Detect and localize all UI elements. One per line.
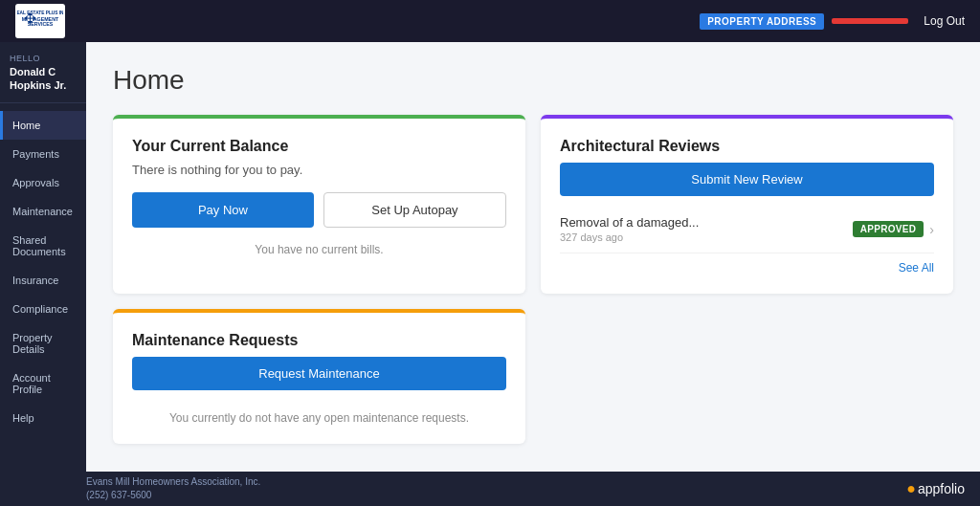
page-title: Home (113, 65, 953, 96)
maintenance-empty-msg: You currently do not have any open maint… (132, 411, 506, 425)
balance-card: Your Current Balance There is nothing fo… (113, 115, 525, 294)
sidebar-hello: HELLO (10, 54, 77, 63)
sidebar-item-maintenance[interactable]: Maintenance (0, 197, 86, 226)
sidebar-item-help[interactable]: Help (0, 404, 86, 432)
sidebar-item-payments[interactable]: Payments (0, 140, 86, 168)
cards-grid: Your Current Balance There is nothing fo… (113, 115, 953, 444)
sidebar-item-approvals[interactable]: Approvals (0, 168, 86, 197)
main-layout: HELLO Donald C Hopkins Jr. HomePaymentsA… (0, 42, 980, 472)
sidebar-item-property-details[interactable]: Property Details (0, 323, 86, 363)
arch-reviews-card: Architectural Reviews Submit New Review … (541, 115, 953, 294)
review-item-title: Removal of a damaged... (560, 215, 699, 230)
pay-now-button[interactable]: Pay Now (132, 192, 314, 228)
sidebar-item-home[interactable]: Home (0, 111, 86, 140)
company-logo: REAL ESTATE PLUS INC MANAGEMENT SERVICES (15, 4, 65, 38)
balance-card-title: Your Current Balance (132, 138, 506, 155)
review-item[interactable]: Removal of a damaged... 327 days ago APP… (560, 206, 934, 253)
appfolio-label: appfolio (918, 481, 965, 496)
approved-badge: APPROVED (853, 221, 924, 237)
sidebar-username: Donald C Hopkins Jr. (10, 65, 77, 93)
maintenance-card: Maintenance Requests Request Maintenance… (113, 309, 525, 444)
appfolio-brand: ● appfolio (906, 480, 965, 497)
appfolio-dot: ● (906, 480, 916, 497)
sidebar-nav: HomePaymentsApprovalsMaintenanceShared D… (0, 103, 86, 472)
sidebar: HELLO Donald C Hopkins Jr. HomePaymentsA… (0, 42, 86, 472)
topbar: REAL ESTATE PLUS INC MANAGEMENT SERVICES… (0, 0, 980, 42)
logo-area: REAL ESTATE PLUS INC MANAGEMENT SERVICES (15, 4, 65, 38)
sidebar-item-account-profile[interactable]: Account Profile (0, 363, 86, 404)
main-content: Home Your Current Balance There is nothi… (86, 42, 980, 472)
chevron-right-icon: › (929, 222, 934, 237)
submit-review-button[interactable]: Submit New Review (560, 163, 934, 196)
balance-empty-msg: You have no current bills. (132, 243, 506, 256)
logout-button[interactable]: Log Out (924, 14, 965, 28)
review-item-info: Removal of a damaged... 327 days ago (560, 215, 699, 243)
property-address-value (832, 18, 908, 24)
review-item-right: APPROVED › (853, 221, 934, 237)
footer-org: Evans Mill Homeowners Association, Inc. … (86, 475, 260, 502)
sidebar-user-info: HELLO Donald C Hopkins Jr. (0, 42, 86, 103)
sidebar-item-shared-documents[interactable]: Shared Documents (0, 226, 86, 266)
svg-text:REAL ESTATE PLUS INC: REAL ESTATE PLUS INC (17, 11, 63, 15)
balance-card-subtitle: There is nothing for you to pay. (132, 163, 506, 177)
balance-btn-row: Pay Now Set Up Autopay (132, 192, 506, 228)
bottom-bar: Evans Mill Homeowners Association, Inc. … (0, 472, 980, 506)
sidebar-item-compliance[interactable]: Compliance (0, 295, 86, 323)
property-address-label: PROPERTY ADDRESS (700, 13, 824, 30)
topbar-right: PROPERTY ADDRESS Log Out (700, 13, 965, 30)
sidebar-item-insurance[interactable]: Insurance (0, 266, 86, 295)
review-item-date: 327 days ago (560, 231, 699, 243)
maintenance-card-title: Maintenance Requests (132, 332, 506, 349)
see-all-link[interactable]: See All (560, 261, 934, 275)
autopay-button[interactable]: Set Up Autopay (323, 192, 506, 228)
arch-reviews-title: Architectural Reviews (560, 138, 934, 155)
request-maintenance-button[interactable]: Request Maintenance (132, 357, 506, 390)
